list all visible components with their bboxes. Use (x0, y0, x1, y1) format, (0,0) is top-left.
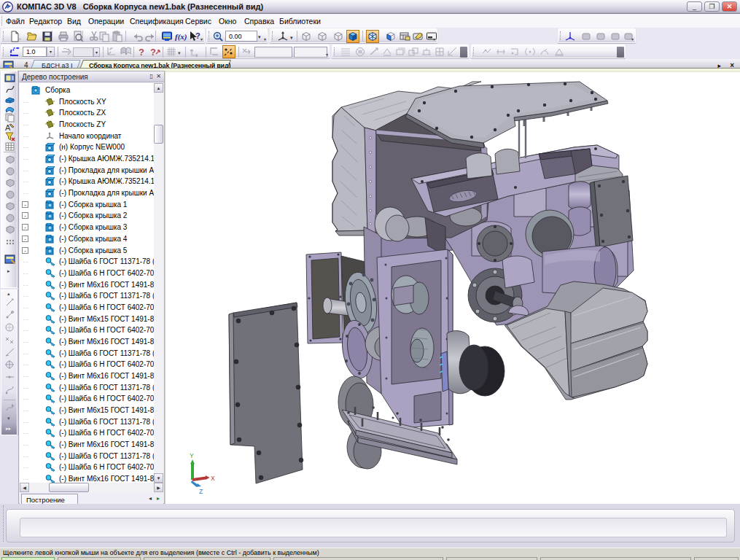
svg-text:?: ? (139, 47, 144, 58)
svg-text:?: ? (150, 47, 156, 58)
svg-text:?: ? (195, 31, 200, 40)
svg-text:Y: Y (190, 452, 194, 459)
svg-text:X: X (211, 475, 215, 482)
svg-text:f(x): f(x) (175, 32, 187, 42)
svg-text:Z: Z (199, 488, 203, 495)
